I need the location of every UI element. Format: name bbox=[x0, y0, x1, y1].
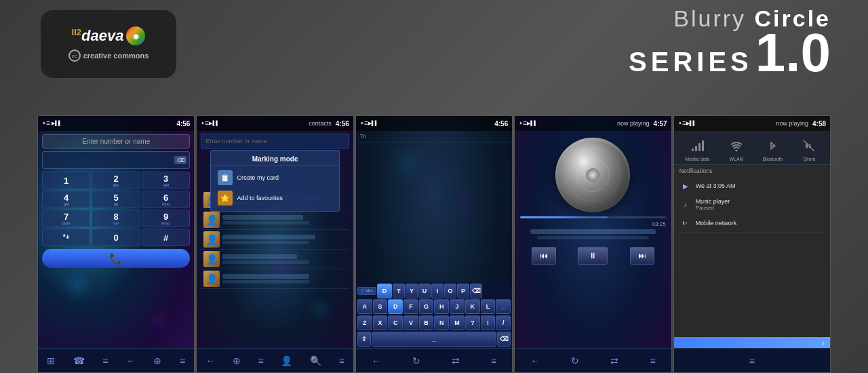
nav-options-2[interactable]: ≡ bbox=[258, 355, 264, 366]
kb-shift[interactable]: ⇧ bbox=[357, 332, 371, 347]
nav-back-3[interactable]: ← bbox=[372, 355, 381, 366]
key-8[interactable]: 8tuv bbox=[92, 210, 140, 227]
next-button[interactable]: ⏭ bbox=[630, 247, 654, 264]
contact-name-4 bbox=[222, 254, 296, 259]
key-7[interactable]: 7pqrs bbox=[42, 210, 90, 227]
notif-network-text: Mobile network bbox=[696, 220, 825, 227]
kb-key-O[interactable]: O bbox=[444, 283, 456, 298]
key-star[interactable]: *+ bbox=[42, 229, 90, 246]
key-0[interactable]: 0 bbox=[92, 229, 140, 246]
kb-key-D[interactable]: D bbox=[377, 283, 392, 298]
nav-refresh-4[interactable]: ↻ bbox=[571, 355, 579, 366]
create-card-item[interactable]: 📋 Create my card bbox=[211, 168, 338, 188]
kb-H[interactable]: H bbox=[434, 299, 449, 314]
kb-M[interactable]: M bbox=[450, 315, 465, 330]
nav-bar-2: ← ⊕ ≡ 👤 🔍 ≡ bbox=[197, 348, 353, 372]
nav-grid-icon[interactable]: ⊞ bbox=[47, 355, 55, 366]
status-time-1: 4:56 bbox=[176, 120, 190, 127]
kb-key-I[interactable]: I bbox=[431, 283, 443, 298]
nav-options-3[interactable]: ≡ bbox=[491, 355, 496, 366]
kb-key-bk[interactable]: ⌫ bbox=[470, 283, 482, 298]
kb-X[interactable]: X bbox=[373, 315, 388, 330]
qs-mobile-data[interactable]: Mobile data bbox=[685, 136, 709, 161]
kb-S[interactable]: S bbox=[373, 299, 388, 314]
key-hash[interactable]: # bbox=[142, 229, 190, 246]
contact-info-2 bbox=[222, 215, 346, 224]
cd-disc-wrapper bbox=[555, 138, 630, 212]
svg-rect-2 bbox=[698, 143, 701, 151]
kb-space[interactable]: _ bbox=[372, 332, 496, 347]
nav-phone-icon[interactable]: ☎ bbox=[73, 355, 85, 366]
nav-add-icon[interactable]: ⊕ bbox=[153, 355, 161, 366]
nav-switch-3[interactable]: ⇄ bbox=[452, 355, 460, 366]
avatar-3: 👤 bbox=[203, 231, 220, 248]
qs-wlan[interactable]: WLAN bbox=[727, 136, 746, 161]
nav-menu-2[interactable]: ≡ bbox=[339, 355, 344, 366]
add-favourites-item[interactable]: ⭐ Add to favourites bbox=[211, 188, 338, 208]
track-info bbox=[515, 227, 671, 241]
progress-track[interactable] bbox=[520, 216, 665, 218]
contact-3[interactable]: 👤 bbox=[201, 230, 349, 250]
nav-menu-icon[interactable]: ≡ bbox=[102, 355, 108, 366]
time-display: 03:25 bbox=[515, 221, 671, 227]
kb-B[interactable]: B bbox=[419, 315, 434, 330]
kb-C[interactable]: C bbox=[388, 315, 403, 330]
call-button[interactable]: 📞 bbox=[42, 249, 190, 268]
kb-N[interactable]: N bbox=[434, 315, 449, 330]
kb-G[interactable]: G bbox=[419, 299, 434, 314]
nav-options-4[interactable]: ≡ bbox=[650, 355, 655, 366]
notif-we[interactable]: ▶ We at 3:05 AM bbox=[679, 177, 825, 195]
contacts-search[interactable]: Enter number or name bbox=[201, 134, 349, 149]
notif-network[interactable]: Mobile network bbox=[679, 214, 825, 233]
notif-music[interactable]: ♪ Music player Paused bbox=[679, 195, 825, 214]
kb-V[interactable]: V bbox=[403, 315, 418, 330]
nav-refresh-3[interactable]: ↻ bbox=[412, 355, 420, 366]
key-3[interactable]: 3def bbox=[142, 172, 190, 189]
nav-back-2[interactable]: ← bbox=[205, 355, 215, 366]
nav-options-5[interactable]: ≡ bbox=[749, 355, 755, 366]
kb-exclaim[interactable]: ! bbox=[481, 315, 496, 330]
kb-A[interactable]: A bbox=[357, 299, 372, 314]
contact-4[interactable]: 👤 bbox=[201, 250, 349, 269]
abc-indicator: ▽ abc bbox=[357, 287, 376, 295]
qs-silent[interactable]: Silent bbox=[800, 136, 818, 161]
nav-search-icon[interactable]: 🔍 bbox=[310, 355, 321, 366]
kb-backspace-sm[interactable]: ⌫ bbox=[497, 332, 511, 347]
kb-D-row2[interactable]: D bbox=[388, 299, 403, 314]
key-4[interactable]: 4ghi bbox=[42, 191, 90, 208]
notif-network-title: Mobile network bbox=[696, 220, 825, 227]
kb-key-U[interactable]: U bbox=[418, 283, 431, 298]
kb-Z[interactable]: Z bbox=[357, 315, 372, 330]
kb-key-T[interactable]: T bbox=[393, 283, 405, 298]
contact-5[interactable]: 👤 bbox=[201, 269, 349, 289]
dialer-placeholder[interactable]: Enter number or name bbox=[42, 134, 190, 149]
prev-button[interactable]: ⏮ bbox=[532, 247, 556, 264]
nav-options-icon[interactable]: ≡ bbox=[180, 355, 185, 366]
nav-add-2[interactable]: ⊕ bbox=[233, 355, 241, 366]
qs-bluetooth[interactable]: Bluetooth bbox=[763, 136, 783, 161]
nav-contacts-icon[interactable]: 👤 bbox=[281, 355, 292, 366]
kb-underscore[interactable]: _ bbox=[496, 299, 511, 314]
svg-rect-0 bbox=[692, 149, 694, 151]
backspace-button[interactable]: ⌫ bbox=[174, 156, 186, 164]
nav-shuffle-4[interactable]: ⇄ bbox=[610, 355, 618, 366]
kb-K[interactable]: K bbox=[465, 299, 480, 314]
key-1[interactable]: 1 bbox=[42, 172, 90, 189]
kb-slash[interactable]: / bbox=[496, 315, 511, 330]
key-9[interactable]: 9wxyz bbox=[142, 210, 190, 227]
contact-info-4 bbox=[222, 254, 346, 264]
kb-key-Y[interactable]: Y bbox=[406, 283, 418, 298]
pause-button[interactable]: ⏸ bbox=[578, 247, 608, 264]
dialer-number-field[interactable]: ⌫ bbox=[42, 151, 190, 169]
key-6[interactable]: 6mno bbox=[142, 191, 190, 208]
kb-F[interactable]: F bbox=[403, 299, 418, 314]
key-2[interactable]: 2abc bbox=[92, 172, 140, 189]
kb-question[interactable]: ? bbox=[465, 315, 480, 330]
key-5[interactable]: 5jkl bbox=[92, 191, 140, 208]
contact-2[interactable]: 👤 bbox=[201, 210, 349, 230]
kb-J[interactable]: J bbox=[450, 299, 465, 314]
nav-back-icon[interactable]: ← bbox=[126, 355, 136, 366]
nav-back-4[interactable]: ← bbox=[530, 355, 540, 366]
kb-key-P[interactable]: P bbox=[457, 283, 469, 298]
kb-L[interactable]: L bbox=[481, 299, 496, 314]
